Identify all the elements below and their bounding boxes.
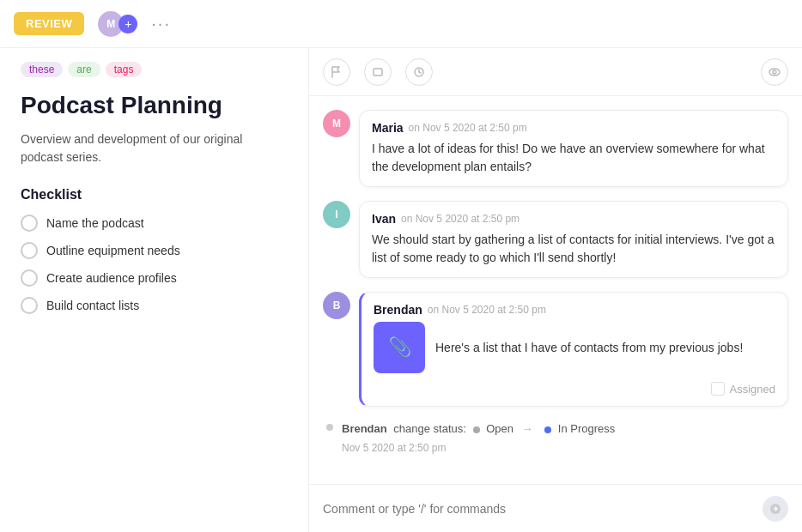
avatar: B: [323, 292, 350, 319]
comment-author: Maria: [372, 121, 404, 135]
right-toolbar: [309, 48, 802, 96]
comment-item: M Maria on Nov 5 2020 at 2:50 pm I have …: [323, 110, 788, 187]
checklist-label: Outline equipment needs: [46, 244, 180, 257]
svg-rect-0: [374, 69, 382, 76]
app-header: REVIEW M + ···: [0, 0, 802, 48]
comment-header: Brendan on Nov 5 2020 at 2:50 pm: [374, 303, 775, 317]
comment-time: on Nov 5 2020 at 2:50 pm: [428, 304, 546, 316]
attachment-icon: 📎: [388, 336, 411, 359]
status-arrow: →: [522, 422, 533, 435]
comment-header: Ivan on Nov 5 2020 at 2:50 pm: [372, 212, 775, 226]
svg-point-2: [769, 69, 780, 76]
square-icon[interactable]: [364, 58, 392, 86]
checklist-checkbox[interactable]: [21, 269, 38, 287]
status-indicator: [326, 424, 333, 431]
comment-header: Maria on Nov 5 2020 at 2:50 pm: [372, 121, 775, 135]
comment-bubble: Ivan on Nov 5 2020 at 2:50 pm We should …: [359, 201, 788, 278]
comment-input[interactable]: [323, 502, 756, 516]
comment-time: on Nov 5 2020 at 2:50 pm: [401, 213, 519, 225]
checklist-item[interactable]: Name the podcast: [21, 215, 288, 232]
page-description: Overview and development of our original…: [21, 130, 288, 166]
avatar: I: [323, 201, 350, 228]
avatar-group: M +: [98, 11, 137, 37]
status-change-line1: Brendan change status: Open → In Progres…: [342, 420, 615, 438]
assigned-checkbox[interactable]: [711, 382, 725, 396]
status-time: Nov 5 2020 at 2:50 pm: [342, 440, 615, 456]
comment-item-brendan: B Brendan on Nov 5 2020 at 2:50 pm 📎 Her…: [323, 292, 788, 407]
flag-icon[interactable]: [323, 58, 350, 86]
comment-input-area: [309, 484, 802, 532]
attachment-thumbnail[interactable]: 📎: [374, 322, 425, 373]
checklist-checkbox[interactable]: [21, 297, 38, 314]
checklist-label: Create audience profiles: [46, 271, 177, 285]
eye-icon[interactable]: [761, 58, 788, 86]
comments-area: M Maria on Nov 5 2020 at 2:50 pm I have …: [309, 96, 802, 484]
tag-are[interactable]: are: [68, 62, 100, 77]
comment-text: We should start by gathering a list of c…: [372, 231, 775, 267]
left-panel: these are tags Podcast Planning Overview…: [0, 48, 309, 532]
status-change-text: Brendan change status: Open → In Progres…: [342, 420, 615, 456]
status-from-label: Open: [486, 422, 513, 435]
checklist-checkbox[interactable]: [21, 242, 38, 259]
comment-author: Ivan: [372, 212, 396, 226]
checklist-item[interactable]: Build contact lists: [21, 297, 288, 314]
assigned-label: Assigned: [730, 383, 775, 396]
checklist-checkbox[interactable]: [21, 215, 38, 232]
status-to-label: In Progress: [558, 422, 615, 435]
checklist-title: Checklist: [21, 187, 288, 203]
comment-time: on Nov 5 2020 at 2:50 pm: [409, 122, 527, 134]
comment-author: Brendan: [374, 303, 422, 317]
status-change-row: Brendan change status: Open → In Progres…: [323, 420, 788, 456]
assigned-row: Assigned: [374, 382, 775, 396]
comment-bubble: Maria on Nov 5 2020 at 2:50 pm I have a …: [359, 110, 788, 187]
status-from-dot: [473, 426, 480, 433]
status-prefix: change status:: [393, 422, 466, 435]
comment-item: I Ivan on Nov 5 2020 at 2:50 pm We shoul…: [323, 201, 788, 278]
svg-point-3: [773, 70, 776, 74]
tag-tags[interactable]: tags: [106, 62, 143, 77]
checklist-label: Name the podcast: [46, 216, 144, 230]
clock-icon[interactable]: [405, 58, 433, 86]
right-panel: M Maria on Nov 5 2020 at 2:50 pm I have …: [309, 48, 802, 532]
review-button[interactable]: REVIEW: [14, 12, 84, 35]
page-title: Podcast Planning: [21, 91, 288, 120]
attachment-row: 📎 Here's a list that I have of contacts …: [374, 322, 775, 373]
main-content: these are tags Podcast Planning Overview…: [0, 48, 802, 532]
checklist-item[interactable]: Outline equipment needs: [21, 242, 288, 259]
tags-row: these are tags: [21, 62, 288, 77]
avatar: M: [323, 110, 350, 137]
checklist-label: Build contact lists: [46, 299, 139, 312]
brendan-comment-bubble: Brendan on Nov 5 2020 at 2:50 pm 📎 Here'…: [359, 292, 788, 407]
checklist-item[interactable]: Create audience profiles: [21, 269, 288, 287]
attachment-text: Here's a list that I have of contacts fr…: [435, 339, 775, 357]
status-to-dot: [544, 426, 551, 433]
send-button[interactable]: [763, 496, 788, 522]
status-author: Brendan: [342, 422, 387, 435]
comment-text: I have a lot of ideas for this! Do we ha…: [372, 140, 775, 176]
add-member-button[interactable]: +: [118, 15, 137, 33]
more-options-button[interactable]: ···: [151, 14, 171, 33]
tag-these[interactable]: these: [21, 62, 63, 77]
